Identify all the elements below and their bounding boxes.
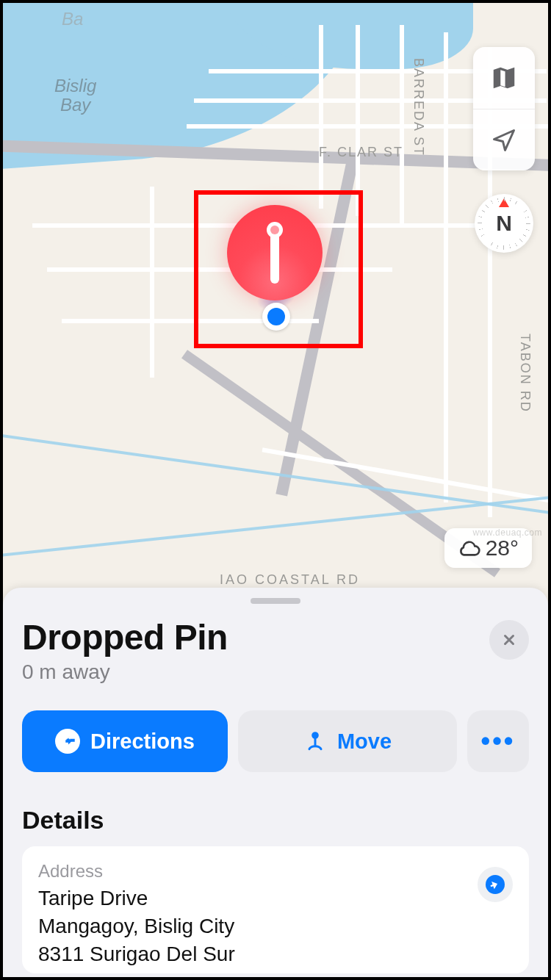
address-line: Mangagoy, Bislig City — [38, 912, 235, 940]
share-address-button[interactable] — [478, 867, 513, 902]
map-canvas[interactable]: Ba Bislig Bay BARREDA ST F. CLAR ST TABO… — [3, 3, 548, 613]
watermark: www.deuaq.com — [472, 527, 542, 538]
move-label: Move — [337, 729, 392, 754]
label-text: Bislig — [54, 76, 96, 96]
address-card: Address Taripe Drive Mangagoy, Bislig Ci… — [22, 846, 529, 973]
street-label-fclar: F. CLAR ST — [319, 145, 403, 160]
move-pin-icon — [303, 729, 327, 753]
ellipsis-icon: ••• — [481, 726, 516, 757]
sheet-grabber[interactable] — [251, 598, 300, 604]
more-button[interactable]: ••• — [467, 710, 529, 772]
label-text: Bay — [60, 95, 90, 115]
directions-icon — [55, 729, 80, 754]
map-area-label: Ba — [62, 9, 83, 29]
map-icon — [490, 64, 518, 92]
road — [356, 25, 360, 216]
street-label-tabon: TABON RD — [517, 334, 533, 413]
location-arrow-icon — [491, 127, 517, 154]
weather-temp: 28° — [486, 536, 519, 561]
address-line: 8311 Surigao Del Sur — [38, 940, 235, 968]
sheet-distance: 0 m away — [22, 660, 228, 684]
compass-ticks — [478, 197, 530, 250]
address-label: Address — [38, 861, 235, 882]
close-icon — [501, 632, 517, 648]
road — [262, 447, 548, 502]
road — [444, 32, 448, 502]
map-bay-label: Bislig Bay — [54, 76, 96, 115]
road — [400, 25, 404, 223]
street-label-coastal: IAO COASTAL RD — [220, 572, 360, 588]
directions-label: Directions — [90, 729, 195, 754]
annotation-highlight-box — [194, 190, 363, 348]
sheet-title: Dropped Pin — [22, 617, 228, 657]
action-row: Directions Move ••• — [22, 710, 529, 772]
compass-button[interactable]: N — [475, 194, 533, 253]
move-pin-button[interactable]: Move — [238, 710, 457, 772]
address-value: Taripe Drive Mangagoy, Bislig City 8311 … — [38, 884, 235, 968]
cloud-icon — [458, 536, 481, 560]
close-button[interactable] — [489, 620, 529, 660]
share-arrow-icon — [486, 875, 505, 894]
road — [319, 25, 323, 209]
address-line: Taripe Drive — [38, 884, 235, 912]
map-mode-button[interactable] — [473, 47, 535, 109]
locate-me-button[interactable] — [473, 109, 535, 170]
details-heading: Details — [22, 806, 529, 835]
sheet-header: Dropped Pin 0 m away — [22, 617, 529, 684]
directions-button[interactable]: Directions — [22, 710, 228, 772]
road — [150, 187, 154, 378]
street-label-barreda: BARREDA ST — [411, 58, 426, 156]
location-sheet[interactable]: Dropped Pin 0 m away Directions Move •••… — [3, 588, 548, 977]
river — [3, 433, 548, 515]
map-controls — [473, 47, 535, 170]
